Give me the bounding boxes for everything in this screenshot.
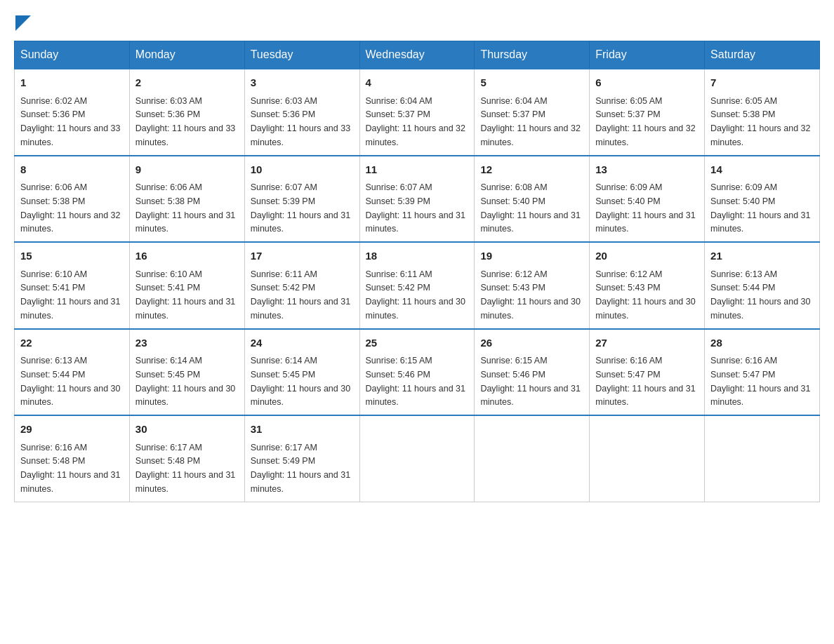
day-info: Sunrise: 6:14 AMSunset: 5:45 PMDaylight:… <box>135 356 235 407</box>
calendar-cell: 5Sunrise: 6:04 AMSunset: 5:37 PMDaylight… <box>475 69 590 156</box>
calendar-cell: 15Sunrise: 6:10 AMSunset: 5:41 PMDayligh… <box>15 242 130 329</box>
calendar-cell: 11Sunrise: 6:07 AMSunset: 5:39 PMDayligh… <box>359 156 475 243</box>
calendar-cell: 13Sunrise: 6:09 AMSunset: 5:40 PMDayligh… <box>590 156 705 243</box>
day-info: Sunrise: 6:05 AMSunset: 5:38 PMDaylight:… <box>710 96 810 147</box>
day-number: 4 <box>366 75 469 91</box>
calendar-cell: 16Sunrise: 6:10 AMSunset: 5:41 PMDayligh… <box>129 242 244 329</box>
day-info: Sunrise: 6:03 AMSunset: 5:36 PMDaylight:… <box>251 96 350 147</box>
day-info: Sunrise: 6:10 AMSunset: 5:41 PMDaylight:… <box>135 269 235 321</box>
calendar-cell: 26Sunrise: 6:15 AMSunset: 5:46 PMDayligh… <box>475 329 590 416</box>
calendar-cell: 7Sunrise: 6:05 AMSunset: 5:38 PMDaylight… <box>705 69 820 156</box>
calendar-cell: 9Sunrise: 6:06 AMSunset: 5:38 PMDaylight… <box>129 156 244 243</box>
day-number: 22 <box>20 335 124 351</box>
day-info: Sunrise: 6:08 AMSunset: 5:40 PMDaylight:… <box>480 182 580 234</box>
day-number: 24 <box>251 335 354 351</box>
day-info: Sunrise: 6:09 AMSunset: 5:40 PMDaylight:… <box>595 182 695 234</box>
calendar-cell: 2Sunrise: 6:03 AMSunset: 5:36 PMDaylight… <box>129 69 244 156</box>
day-number: 8 <box>20 162 124 178</box>
calendar-cell: 30Sunrise: 6:17 AMSunset: 5:48 PMDayligh… <box>129 415 244 502</box>
day-number: 7 <box>710 75 814 91</box>
day-info: Sunrise: 6:16 AMSunset: 5:47 PMDaylight:… <box>595 356 695 407</box>
calendar-cell: 23Sunrise: 6:14 AMSunset: 5:45 PMDayligh… <box>129 329 244 416</box>
day-info: Sunrise: 6:06 AMSunset: 5:38 PMDaylight:… <box>20 182 120 234</box>
day-info: Sunrise: 6:17 AMSunset: 5:48 PMDaylight:… <box>135 443 235 494</box>
calendar-cell: 22Sunrise: 6:13 AMSunset: 5:44 PMDayligh… <box>15 329 130 416</box>
day-number: 30 <box>135 422 239 438</box>
day-info: Sunrise: 6:07 AMSunset: 5:39 PMDaylight:… <box>366 182 465 234</box>
day-info: Sunrise: 6:09 AMSunset: 5:40 PMDaylight:… <box>710 182 810 234</box>
day-info: Sunrise: 6:06 AMSunset: 5:38 PMDaylight:… <box>135 182 235 234</box>
calendar-cell <box>590 415 705 502</box>
day-number: 31 <box>251 422 354 438</box>
calendar-cell: 21Sunrise: 6:13 AMSunset: 5:44 PMDayligh… <box>705 242 820 329</box>
day-number: 2 <box>135 75 239 91</box>
day-info: Sunrise: 6:17 AMSunset: 5:49 PMDaylight:… <box>251 443 350 494</box>
calendar-cell: 6Sunrise: 6:05 AMSunset: 5:37 PMDaylight… <box>590 69 705 156</box>
day-info: Sunrise: 6:11 AMSunset: 5:42 PMDaylight:… <box>251 269 350 321</box>
calendar-cell: 12Sunrise: 6:08 AMSunset: 5:40 PMDayligh… <box>475 156 590 243</box>
day-info: Sunrise: 6:12 AMSunset: 5:43 PMDaylight:… <box>595 269 695 321</box>
day-number: 3 <box>251 75 354 91</box>
weekday-header-monday: Monday <box>129 41 244 69</box>
day-number: 10 <box>251 162 354 178</box>
calendar-cell: 19Sunrise: 6:12 AMSunset: 5:43 PMDayligh… <box>475 242 590 329</box>
logo-triangle-icon <box>15 15 31 31</box>
calendar-cell: 24Sunrise: 6:14 AMSunset: 5:45 PMDayligh… <box>244 329 359 416</box>
weekday-header-tuesday: Tuesday <box>244 41 359 69</box>
day-info: Sunrise: 6:04 AMSunset: 5:37 PMDaylight:… <box>366 96 465 147</box>
day-info: Sunrise: 6:02 AMSunset: 5:36 PMDaylight:… <box>20 96 120 147</box>
day-number: 15 <box>20 248 124 264</box>
calendar-cell: 25Sunrise: 6:15 AMSunset: 5:46 PMDayligh… <box>359 329 475 416</box>
day-number: 14 <box>710 162 814 178</box>
weekday-header-friday: Friday <box>590 41 705 69</box>
day-info: Sunrise: 6:15 AMSunset: 5:46 PMDaylight:… <box>480 356 580 407</box>
svg-marker-0 <box>15 15 31 31</box>
calendar-cell: 27Sunrise: 6:16 AMSunset: 5:47 PMDayligh… <box>590 329 705 416</box>
day-info: Sunrise: 6:11 AMSunset: 5:42 PMDaylight:… <box>366 269 465 321</box>
day-info: Sunrise: 6:07 AMSunset: 5:39 PMDaylight:… <box>251 182 350 234</box>
calendar-cell: 31Sunrise: 6:17 AMSunset: 5:49 PMDayligh… <box>244 415 359 502</box>
calendar-cell: 14Sunrise: 6:09 AMSunset: 5:40 PMDayligh… <box>705 156 820 243</box>
page-header <box>14 14 820 27</box>
day-info: Sunrise: 6:14 AMSunset: 5:45 PMDaylight:… <box>251 356 350 407</box>
day-number: 16 <box>135 248 239 264</box>
calendar-cell: 18Sunrise: 6:11 AMSunset: 5:42 PMDayligh… <box>359 242 475 329</box>
day-info: Sunrise: 6:16 AMSunset: 5:47 PMDaylight:… <box>710 356 810 407</box>
calendar-cell <box>475 415 590 502</box>
day-number: 11 <box>366 162 469 178</box>
week-row-1: 1Sunrise: 6:02 AMSunset: 5:36 PMDaylight… <box>15 69 820 156</box>
day-info: Sunrise: 6:10 AMSunset: 5:41 PMDaylight:… <box>20 269 120 321</box>
day-info: Sunrise: 6:04 AMSunset: 5:37 PMDaylight:… <box>480 96 580 147</box>
calendar-cell: 1Sunrise: 6:02 AMSunset: 5:36 PMDaylight… <box>15 69 130 156</box>
day-info: Sunrise: 6:13 AMSunset: 5:44 PMDaylight:… <box>710 269 810 321</box>
day-number: 20 <box>595 248 699 264</box>
day-number: 26 <box>480 335 583 351</box>
day-number: 17 <box>251 248 354 264</box>
calendar-cell: 8Sunrise: 6:06 AMSunset: 5:38 PMDaylight… <box>15 156 130 243</box>
day-info: Sunrise: 6:13 AMSunset: 5:44 PMDaylight:… <box>20 356 120 407</box>
weekday-header-saturday: Saturday <box>705 41 820 69</box>
weekday-header-sunday: Sunday <box>15 41 130 69</box>
day-number: 28 <box>710 335 814 351</box>
day-number: 6 <box>595 75 699 91</box>
weekday-header-thursday: Thursday <box>475 41 590 69</box>
day-info: Sunrise: 6:03 AMSunset: 5:36 PMDaylight:… <box>135 96 235 147</box>
day-number: 27 <box>595 335 699 351</box>
logo <box>14 14 31 27</box>
weekday-header-row: SundayMondayTuesdayWednesdayThursdayFrid… <box>15 41 820 69</box>
week-row-5: 29Sunrise: 6:16 AMSunset: 5:48 PMDayligh… <box>15 415 820 502</box>
calendar-cell: 10Sunrise: 6:07 AMSunset: 5:39 PMDayligh… <box>244 156 359 243</box>
day-number: 19 <box>480 248 583 264</box>
calendar-cell: 3Sunrise: 6:03 AMSunset: 5:36 PMDaylight… <box>244 69 359 156</box>
calendar-cell: 4Sunrise: 6:04 AMSunset: 5:37 PMDaylight… <box>359 69 475 156</box>
week-row-4: 22Sunrise: 6:13 AMSunset: 5:44 PMDayligh… <box>15 329 820 416</box>
calendar-cell: 20Sunrise: 6:12 AMSunset: 5:43 PMDayligh… <box>590 242 705 329</box>
calendar-cell: 29Sunrise: 6:16 AMSunset: 5:48 PMDayligh… <box>15 415 130 502</box>
calendar-cell <box>705 415 820 502</box>
day-info: Sunrise: 6:15 AMSunset: 5:46 PMDaylight:… <box>366 356 465 407</box>
calendar-cell <box>359 415 475 502</box>
week-row-2: 8Sunrise: 6:06 AMSunset: 5:38 PMDaylight… <box>15 156 820 243</box>
day-info: Sunrise: 6:05 AMSunset: 5:37 PMDaylight:… <box>595 96 695 147</box>
calendar-cell: 17Sunrise: 6:11 AMSunset: 5:42 PMDayligh… <box>244 242 359 329</box>
day-number: 1 <box>20 75 124 91</box>
